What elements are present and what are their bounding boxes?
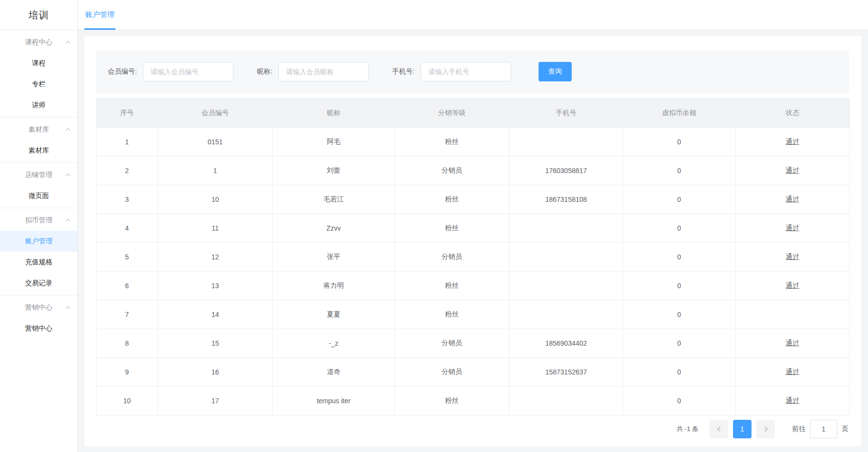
status-link[interactable]: 通过: [786, 224, 799, 232]
table-cell: 阿毛: [273, 128, 395, 157]
table-row: 10151阿毛粉丝0通过: [96, 128, 850, 157]
sidebar-item[interactable]: 营销中心: [0, 318, 77, 339]
sidebar-item[interactable]: 课程: [0, 53, 77, 74]
sidebar-group-header[interactable]: 营销中心: [0, 297, 77, 318]
page-unit-label: 页: [842, 425, 849, 433]
sidebar-item[interactable]: 专栏: [0, 74, 77, 95]
table-cell: 7: [96, 300, 158, 329]
sidebar-group-label: 拟币管理: [25, 216, 53, 224]
table-cell: [509, 128, 623, 157]
sidebar-item[interactable]: 账户管理: [0, 231, 77, 252]
table-cell: 14: [158, 300, 273, 329]
sidebar-item[interactable]: 讲师: [0, 95, 77, 116]
table-cell: 0: [623, 272, 735, 300]
sidebar-group-header[interactable]: 课程中心: [0, 32, 77, 53]
sidebar-group-header[interactable]: 拟币管理: [0, 210, 77, 231]
page-number-button[interactable]: 1: [733, 420, 752, 438]
table-cell: 0: [623, 157, 735, 185]
prev-page-button[interactable]: [710, 420, 728, 438]
status-link[interactable]: 通过: [786, 339, 799, 347]
table-cell: 粉丝: [395, 300, 509, 329]
column-header: 序号: [96, 98, 158, 128]
table-cell: 8: [96, 329, 158, 358]
sidebar-group-label: 课程中心: [25, 38, 53, 46]
table-cell: [509, 214, 623, 243]
table-row: 512张平分销员0通过: [96, 243, 850, 272]
phone-input[interactable]: [421, 62, 511, 81]
sidebar-group-header[interactable]: 素材库: [0, 119, 77, 140]
table-cell: 17603058817: [509, 157, 623, 185]
tab-label: 账户管理: [85, 10, 115, 20]
status-link[interactable]: 通过: [786, 166, 799, 174]
column-header: 会员编号: [158, 98, 273, 128]
filter-phone: 手机号:: [392, 62, 511, 81]
status-link[interactable]: 通过: [786, 138, 799, 145]
column-header: 手机号: [509, 98, 623, 128]
table-cell: 0: [623, 300, 735, 329]
chevron-up-icon: [66, 174, 71, 178]
table-body: 10151阿毛粉丝0通过21刘蕾分销员176030588170通过310毛若江粉…: [96, 128, 850, 415]
sidebar: 培训 课程中心课程专栏讲师素材库素材库店铺管理微页面拟币管理账户管理充值规格交易…: [0, 0, 78, 452]
pagination: 共 -1 条 1 前往 页: [96, 420, 849, 438]
status-link[interactable]: 通过: [786, 396, 799, 404]
filter-bar: 会员编号: 昵称: 手机号: 查询: [96, 50, 849, 93]
goto-label: 前往: [792, 425, 806, 433]
sidebar-group-label: 营销中心: [25, 303, 53, 311]
member-id-input[interactable]: [143, 62, 233, 81]
table-cell: 毛若江: [273, 185, 395, 214]
table-cell: 9: [96, 358, 158, 387]
chevron-up-icon: [66, 306, 71, 311]
goto-page-input[interactable]: [810, 420, 837, 438]
table-cell: [509, 272, 623, 300]
tab-account-management[interactable]: 账户管理: [84, 0, 116, 30]
status-link[interactable]: 通过: [786, 368, 799, 375]
table-cell: 4: [96, 214, 158, 243]
column-header: 状态: [735, 98, 850, 128]
next-page-button[interactable]: [756, 420, 775, 438]
table-cell: 2: [96, 157, 158, 185]
table-cell: 通过: [735, 329, 850, 358]
table-cell: 11: [158, 214, 273, 243]
search-button[interactable]: 查询: [539, 62, 572, 81]
sidebar-item[interactable]: 素材库: [0, 140, 77, 161]
table-cell: 通过: [735, 128, 850, 157]
tab-bar: 账户管理: [78, 0, 868, 30]
status-link[interactable]: 通过: [786, 195, 799, 203]
table-cell: 6: [96, 272, 158, 300]
table-cell: 0: [623, 243, 735, 272]
table-cell: [509, 300, 623, 329]
table-cell: -_z: [273, 329, 395, 358]
table-cell: 0: [623, 214, 735, 243]
status-link[interactable]: 通过: [786, 281, 799, 289]
sidebar-group-label: 素材库: [29, 125, 49, 133]
chevron-up-icon: [66, 128, 71, 133]
status-link[interactable]: 通过: [786, 253, 799, 260]
sidebar-group: 课程中心课程专栏讲师: [0, 30, 77, 117]
total-count: 共 -1 条: [676, 425, 698, 433]
sidebar-item[interactable]: 充值规格: [0, 252, 77, 273]
sidebar-group-header[interactable]: 店铺管理: [0, 164, 77, 185]
app-logo: 培训: [0, 0, 77, 30]
table-cell: 0: [623, 387, 735, 415]
table-cell: 15873152637: [509, 358, 623, 387]
table-cell: [509, 387, 623, 415]
table-cell: 通过: [735, 157, 850, 185]
sidebar-item[interactable]: 微页面: [0, 185, 77, 206]
table-cell: 15: [158, 329, 273, 358]
table-cell: 通过: [735, 387, 850, 415]
table-cell: 分销员: [395, 243, 509, 272]
table-cell: 刘蕾: [273, 157, 395, 185]
nickname-input[interactable]: [278, 62, 369, 81]
sidebar-item[interactable]: 交易记录: [0, 273, 77, 294]
content-card: 会员编号: 昵称: 手机号: 查询 序号会员编: [84, 36, 861, 446]
column-header: 虚拟币余额: [623, 98, 735, 128]
table-cell: 10: [158, 185, 273, 214]
sidebar-group-label: 店铺管理: [25, 171, 53, 178]
table-cell: 通过: [735, 358, 850, 387]
table-cell: 0: [623, 358, 735, 387]
table-cell: [735, 300, 850, 329]
table-cell: 3: [96, 185, 158, 214]
table-cell: 17: [158, 387, 273, 415]
table-cell: 18569034402: [509, 329, 623, 358]
table-header-row: 序号会员编号昵称分销等级手机号虚拟币余额状态: [96, 98, 850, 128]
